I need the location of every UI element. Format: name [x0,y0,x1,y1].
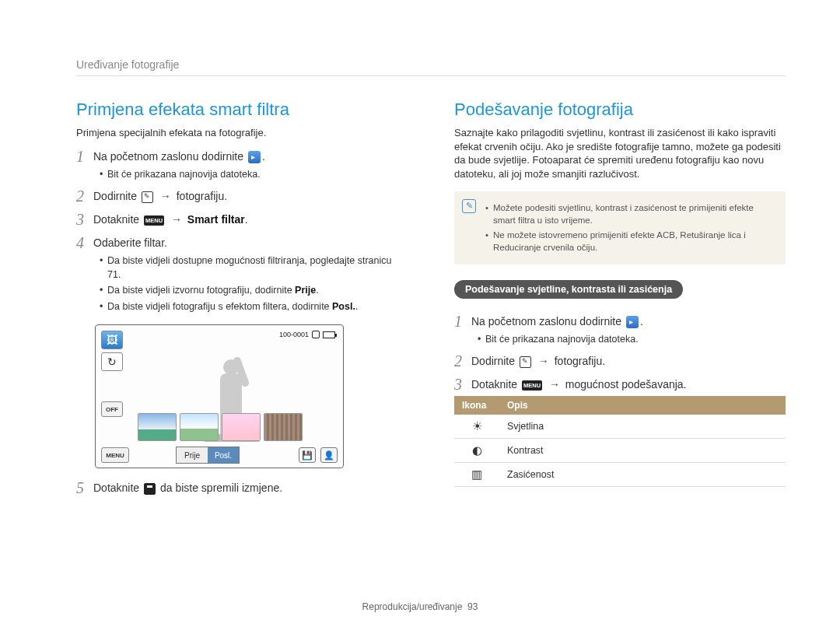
step-number: 2 [76,187,93,205]
step-number: 3 [76,211,93,228]
memory-icon [312,331,320,338]
cam-icon-rotate[interactable]: ↻ [101,352,123,371]
th-desc: Opis [499,396,786,415]
table-header-row: Ikona Opis [454,396,786,415]
table-row: ☀ Svjetlina [454,415,786,439]
step4-bullet-1: Da biste vidjeli dostupne mogućnosti fil… [100,254,408,282]
footer-page: 93 [467,601,478,612]
tab-after[interactable]: Posl. [208,447,239,463]
footer-label: Reprodukcija/uređivanje [362,601,463,612]
brightness-icon: ☀ [472,419,482,433]
th-icon: Ikona [454,396,499,415]
left-step-4: 4 Odaberite filtar. [76,234,408,251]
step-number: 2 [454,352,471,370]
cam-tabs: Prije Posl. [176,447,240,464]
r-step2-a: Dodirnite [471,355,515,367]
step4-bullet-2: Da biste vidjeli izvornu fotografiju, do… [100,284,408,298]
right-step-3: 3 Dotaknite MENU → mogućnost podešavanja… [454,376,786,393]
note-box: ✎ Možete podesiti svjetlinu, kontrast i … [454,191,786,264]
step5-a: Dotaknite [93,482,139,494]
content-columns: Primjena efekata smart filtra Primjena s… [76,100,786,499]
b3-a: Da biste vidjeli fotografiju s efektom f… [107,301,332,312]
step-number: 1 [76,148,93,165]
r-step2-b: fotografiju. [555,355,605,367]
cam-icon-photo[interactable]: 🖼 [101,331,123,349]
left-step-3: 3 Dotaknite MENU → Smart filtar. [76,211,408,228]
step-number: 4 [76,234,93,251]
page: Uređivanje fotografije Primjena efekata … [0,0,840,523]
left-step-2: 2 Dodirnite → fotografiju. [76,187,408,205]
b2-c: . [316,285,318,296]
r-step1-tail: . [640,315,643,328]
cam-thumb[interactable] [222,413,261,441]
r-step3-b: mogućnost podešavanja. [565,378,687,391]
step2-a: Dodirnite [93,190,137,202]
cam-thumb[interactable] [180,413,219,441]
tab-before[interactable]: Prije [177,447,208,463]
cam-thumb[interactable] [264,413,303,441]
step4-bullets: Da biste vidjeli dostupne mogućnosti fil… [100,254,408,313]
b2-b: Prije [295,285,316,296]
arrow-icon: → [171,213,182,226]
right-intro: Saznajte kako prilagoditi svjetlinu, kon… [454,126,786,180]
r-step1-bullets: Bit će prikazana najnovija datoteka. [478,333,786,347]
table-row: ▥ Zasićenost [454,463,786,487]
step-number: 1 [454,313,471,330]
cam-thumb[interactable] [138,413,177,441]
right-step-1: 1 Na početnom zaslonu dodirnite . [454,313,786,330]
table-row: ◐ Kontrast [454,439,786,463]
edit-icon [142,191,153,203]
left-step-1: 1 Na početnom zaslonu dodirnite . [76,148,408,165]
menu-icon: MENU [522,380,542,391]
cam-off-button[interactable]: OFF [101,401,123,417]
cam-share-icon[interactable]: 👤 [320,447,338,463]
cam-save-icon[interactable]: 💾 [299,447,316,463]
page-header: Uređivanje fotografije [76,58,786,76]
edit-icon [520,356,531,368]
left-column: Primjena efekata smart filtra Primjena s… [76,100,408,499]
cam-left-icons: 🖼 ↻ [101,331,123,371]
cam-bottom-bar: MENU Prije Posl. 💾 👤 [101,447,338,464]
arrow-icon: → [549,378,560,391]
b3-b: Posl. [332,301,355,312]
battery-icon [323,331,335,338]
step3-tail: . [245,213,248,226]
page-footer: Reprodukcija/uređivanje 93 [0,601,840,612]
step-number: 5 [76,479,93,496]
menu-icon: MENU [144,215,164,226]
right-step-2: 2 Dodirnite → fotografiju. [454,352,786,370]
arrow-icon: → [538,355,549,367]
row-contrast: Kontrast [499,439,786,463]
step1-bullet-1: Bit će prikazana najnovija datoteka. [100,168,408,182]
r-step1-bullet: Bit će prikazana najnovija datoteka. [478,333,786,347]
step1-text: Na početnom zaslonu dodirnite [93,150,243,163]
step4-bullet-3: Da biste vidjeli fotografiju s efektom f… [100,300,408,314]
save-icon [144,483,156,495]
step-number: 3 [454,376,471,393]
right-section-title: Podešavanje fotografija [454,100,786,120]
sub-heading: Podešavanje svjetline, kontrasta ili zas… [454,280,683,299]
r-step3-a: Dotaknite [471,378,517,391]
contrast-icon: ◐ [472,443,482,457]
left-section-title: Primjena efekata smart filtra [76,100,408,120]
cam-thumb-row [138,413,303,441]
step1-bullets: Bit će prikazana najnovija datoteka. [100,168,408,182]
step3-b: Smart filtar [187,213,245,226]
playback-icon [626,316,639,328]
note-icon: ✎ [462,199,476,213]
arrow-icon: → [160,190,171,202]
b3-c: . [355,301,358,312]
row-saturation: Zasićenost [499,463,786,487]
step4-text: Odaberite filtar. [93,234,167,251]
right-column: Podešavanje fotografija Saznajte kako pr… [454,100,786,499]
row-brightness: Svjetlina [499,415,786,439]
note-2: Ne možete istovremeno primijeniti efekte… [485,229,776,254]
saturation-icon: ▥ [471,468,482,481]
note-1: Možete podesiti svjetlinu, kontrast i za… [485,201,776,226]
step1-tail: . [262,150,265,163]
cam-menu-button[interactable]: MENU [101,447,129,463]
adjustment-table: Ikona Opis ☀ Svjetlina ◐ Kontrast ▥ Zasi… [454,396,786,487]
b2-a: Da biste vidjeli izvornu fotografiju, do… [107,285,295,296]
r-step1-text: Na početnom zaslonu dodirnite [471,315,621,328]
step3-a: Dotaknite [93,213,139,226]
